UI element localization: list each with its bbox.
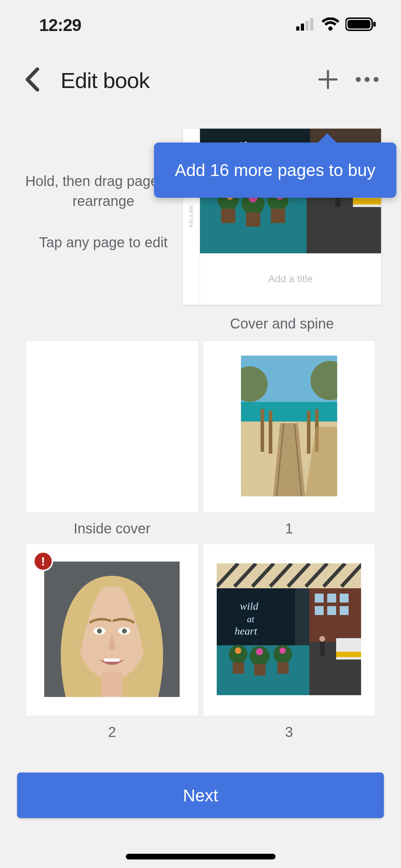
warning-badge: ! [33, 551, 53, 571]
svg-point-50 [97, 629, 102, 634]
svg-text:at: at [247, 614, 255, 624]
cell-page-1: 1 [203, 340, 376, 537]
svg-point-80 [279, 647, 286, 654]
svg-rect-40 [307, 411, 310, 454]
svg-point-11 [374, 77, 379, 82]
caption-page-2: 2 [26, 724, 199, 740]
page-2[interactable]: ! [26, 544, 199, 716]
svg-text:heart: heart [235, 625, 257, 637]
spine-placeholder: Add a title [189, 206, 194, 228]
back-button[interactable] [14, 62, 50, 98]
page-title: Edit book [61, 68, 150, 93]
svg-rect-26 [246, 212, 260, 227]
svg-rect-3 [310, 18, 313, 31]
cover-caption: Cover and spine [182, 316, 381, 332]
svg-point-9 [356, 77, 361, 82]
svg-rect-68 [315, 594, 324, 603]
status-bar: 12:29 [0, 0, 401, 50]
more-horizontal-icon [355, 76, 380, 84]
home-indicator [126, 854, 276, 859]
svg-rect-38 [261, 409, 264, 452]
svg-rect-25 [221, 209, 235, 223]
cellular-icon [296, 18, 315, 32]
svg-rect-6 [373, 22, 376, 27]
svg-rect-27 [271, 209, 285, 223]
next-button[interactable]: Next [17, 773, 384, 818]
svg-rect-70 [340, 594, 349, 603]
svg-rect-69 [327, 594, 336, 603]
page-3[interactable]: wild at heart [203, 544, 376, 716]
svg-rect-63 [217, 588, 295, 649]
add-pages-tooltip: Add 16 more pages to buy [154, 143, 396, 198]
svg-point-81 [235, 647, 241, 654]
page-2-photo [44, 562, 180, 698]
svg-rect-34 [241, 402, 337, 422]
battery-icon [345, 17, 376, 33]
svg-rect-2 [305, 21, 309, 31]
svg-rect-5 [348, 20, 370, 29]
svg-rect-1 [301, 24, 304, 31]
cover-title-placeholder: Add a title [268, 273, 313, 285]
svg-rect-52 [104, 658, 120, 662]
plus-icon [317, 69, 339, 92]
pages-grid: Inside cover [26, 340, 375, 740]
svg-rect-83 [254, 664, 266, 676]
wifi-icon [321, 17, 340, 32]
next-label: Next [183, 786, 218, 805]
status-time: 12:29 [39, 15, 81, 35]
svg-rect-0 [296, 26, 299, 31]
page-1[interactable] [203, 340, 376, 513]
tooltip-text: Add 16 more pages to buy [175, 161, 375, 180]
add-button[interactable] [308, 61, 348, 100]
page-3-photo: wild at heart [217, 563, 361, 697]
caption-page-3: 3 [203, 724, 376, 740]
status-indicators [296, 17, 376, 33]
cover-title-area: Add a title [200, 253, 381, 305]
more-button[interactable] [348, 61, 387, 100]
svg-rect-86 [336, 652, 361, 657]
page-1-photo [241, 356, 337, 498]
caption-page-1: 1 [203, 521, 376, 537]
svg-point-51 [122, 629, 127, 634]
svg-rect-84 [277, 662, 289, 674]
svg-rect-39 [269, 411, 272, 454]
exclamation-icon: ! [41, 554, 45, 568]
instruction-tap: Tap any page to edit [25, 232, 182, 252]
svg-rect-71 [315, 606, 324, 615]
caption-inside-cover: Inside cover [26, 521, 199, 537]
page-inside-cover[interactable] [26, 340, 199, 513]
chevron-left-icon [24, 67, 40, 93]
cell-page-3: wild at heart [203, 544, 376, 740]
cell-inside-cover: Inside cover [26, 340, 199, 537]
svg-point-10 [365, 77, 370, 82]
svg-rect-29 [353, 198, 381, 205]
svg-point-88 [319, 636, 325, 642]
svg-rect-82 [233, 662, 244, 674]
svg-rect-87 [320, 641, 325, 656]
svg-rect-72 [327, 606, 336, 615]
svg-rect-73 [340, 606, 349, 615]
cell-page-2: ! [26, 544, 199, 740]
header: Edit book [0, 53, 401, 107]
svg-rect-47 [101, 672, 123, 697]
svg-text:wild: wild [240, 600, 259, 612]
svg-point-79 [256, 648, 263, 655]
